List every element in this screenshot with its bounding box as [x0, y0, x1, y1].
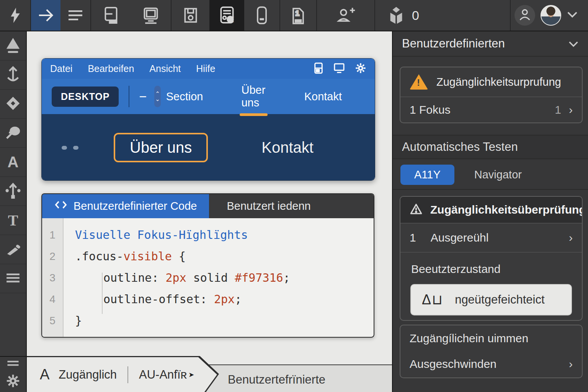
cursor-icon: ➤ — [188, 371, 194, 379]
result-count: 1 — [410, 231, 416, 244]
page-one-button[interactable]: 1 — [280, 0, 316, 31]
user-avatar[interactable] — [541, 5, 561, 26]
nav-link-kontakt[interactable]: Kontakt — [304, 90, 342, 103]
arrow-forward-button[interactable] — [31, 0, 60, 31]
a11y-card-title-row: Zugänglichkeitsüberprüfung — [400, 197, 582, 224]
code-line-1: Visuelle Fokus-Hïghlïghts — [75, 224, 374, 246]
code-panel: Benutzerdefinierter Code Benutzert ieden… — [41, 193, 374, 338]
list-icon[interactable] — [6, 359, 20, 369]
testing-section-header: Automatisches Testen — [393, 135, 588, 159]
menu-hilfe[interactable]: Hiife — [196, 63, 215, 74]
chevron-right-icon: › — [569, 231, 573, 244]
preview-link-kontakt[interactable]: Kontakt — [261, 139, 314, 156]
menu-datei[interactable]: Datei — [50, 63, 72, 74]
move-arrow-icon — [5, 182, 21, 201]
settings-gear-icon[interactable] — [355, 62, 366, 75]
code-icon — [54, 200, 67, 212]
arrows-updown-icon — [5, 66, 21, 84]
letter-a-icon: A — [8, 154, 19, 171]
accessibility-a-icon: A — [40, 366, 49, 383]
focus-result-row[interactable]: 1 Fokus 1 › — [400, 97, 582, 122]
left-sidebar: A T — [0, 31, 27, 356]
monitor-icon — [142, 7, 160, 24]
tool-pen[interactable] — [0, 235, 26, 264]
tab-custom-code[interactable]: Benutzerdefinierter Code — [42, 194, 209, 218]
hamburger-icon — [67, 8, 84, 22]
browser-mockup: Datei Bearbeifen Ansicht Hiife DESKTOP −… — [41, 58, 375, 181]
tab-benutzerdefinierte[interactable]: Benutzertefrïnierte — [228, 373, 325, 387]
right-panel-title: Benutzerdefinierten — [402, 37, 505, 51]
desktop-preview-button[interactable] — [131, 0, 171, 31]
menu-bearbeiten[interactable]: Bearbeifen — [88, 63, 134, 74]
menu-ansicht[interactable]: Ansicht — [149, 63, 181, 74]
warning-card: Zugänglichkeitsurprufung 1 Fokus 1 › — [400, 67, 583, 123]
right-panel: Benutzerdefinierten Zugänglichkeitsurpru… — [392, 31, 588, 392]
save-icon — [182, 7, 199, 24]
top-toolbar: K 1 0 — [0, 0, 588, 31]
a11y-result-row[interactable]: 1 Ausgereühl › — [400, 224, 582, 253]
state-button[interactable]: Δ⊔ ngeütgefeichteict — [410, 284, 572, 315]
arrow-right-icon — [38, 8, 54, 23]
tool-move[interactable] — [0, 177, 26, 206]
save-button[interactable] — [172, 0, 209, 31]
code-line-3: outline: 2px solid #f97316; — [75, 267, 374, 289]
code-line-4: outline-offset: 2px; — [75, 289, 374, 310]
stepper-control[interactable]: ⌃⌄ — [154, 86, 160, 107]
code-line-2: .focus-visible { — [75, 246, 374, 267]
link-row-2[interactable]: Ausgeschwinden › — [400, 351, 582, 377]
gear-icon[interactable] — [6, 374, 20, 389]
tab-benutzert[interactable]: Benutzert iedenn — [209, 194, 328, 218]
browser-menubar: Datei Bearbeifen Ansicht Hiife — [42, 59, 375, 79]
add-user-button[interactable] — [317, 0, 374, 31]
breadcrumb-section[interactable]: Section — [166, 90, 203, 103]
tab-zugaenglich[interactable]: Zugänglich — [59, 368, 117, 382]
monitor-view-icon[interactable] — [333, 63, 345, 75]
tool-diamond[interactable] — [0, 90, 26, 119]
code-line-5: } — [75, 310, 374, 332]
link-row-1[interactable]: Zugängílichein uimmen — [400, 325, 582, 351]
tool-expand-vertical[interactable] — [0, 60, 26, 90]
tool-menu[interactable] — [0, 264, 26, 293]
code-tabs: Benutzerdefinierter Code Benutzert ieden… — [42, 194, 374, 218]
chevron-right-icon: › — [569, 103, 573, 116]
warning-card-title-row: Zugänglichkeitsurprufung — [400, 67, 582, 97]
tab-a11y[interactable]: A11Y — [400, 165, 454, 185]
account-button[interactable] — [514, 5, 535, 26]
device-button[interactable]: DESKTOP — [52, 87, 119, 107]
mobile-view-icon[interactable] — [314, 62, 323, 75]
line-number-gutter: 1 2 3 4 5 — [42, 218, 64, 338]
person-icon — [518, 8, 531, 23]
nav-link-ueber-uns[interactable]: Über uns — [241, 84, 266, 109]
card-k-button[interactable]: K — [209, 0, 244, 31]
bolt-button[interactable] — [0, 0, 30, 31]
code-editor[interactable]: Visuelle Fokus-Hïghlïghts .focus-visible… — [64, 218, 374, 338]
tab-au-anfrage[interactable]: AU-Anfïʀ — [139, 368, 187, 382]
card-k-icon: K — [218, 6, 236, 25]
package-button[interactable]: 0 — [375, 0, 510, 31]
state-section-label: Beeutzterzustand — [400, 253, 582, 278]
chevron-down-icon[interactable] — [567, 10, 578, 20]
a11y-card: Zugänglichkeitsüberprüfung 1 Ausgereühl … — [400, 196, 583, 321]
page-one-icon: 1 — [290, 6, 306, 25]
focus-count: 1 — [555, 103, 561, 116]
mobile-button[interactable] — [244, 0, 279, 31]
tool-text-a[interactable]: A — [0, 148, 26, 177]
letter-t-icon: T — [8, 211, 18, 229]
preview-dots — [62, 146, 78, 150]
tool-warning[interactable] — [0, 31, 26, 60]
lines-button[interactable] — [60, 0, 90, 31]
svg-text:K: K — [228, 16, 232, 23]
right-panel-header[interactable]: Benutzerdefinierten — [393, 31, 588, 57]
canvas: Datei Bearbeifen Ansicht Hiife DESKTOP −… — [27, 31, 392, 392]
collapse-minus[interactable]: − — [139, 89, 147, 104]
bolt-icon — [8, 7, 23, 24]
tool-pin[interactable] — [0, 119, 26, 148]
tab-navigator[interactable]: Navigator — [474, 168, 522, 181]
user-plus-icon — [336, 7, 356, 24]
svg-text:1: 1 — [296, 9, 299, 17]
collapse-chevron-icon[interactable] — [568, 37, 579, 51]
diamond-icon — [5, 95, 21, 113]
focused-link[interactable]: Über uns — [114, 133, 208, 162]
document-split-button[interactable] — [91, 0, 131, 31]
tool-type[interactable]: T — [0, 206, 26, 235]
